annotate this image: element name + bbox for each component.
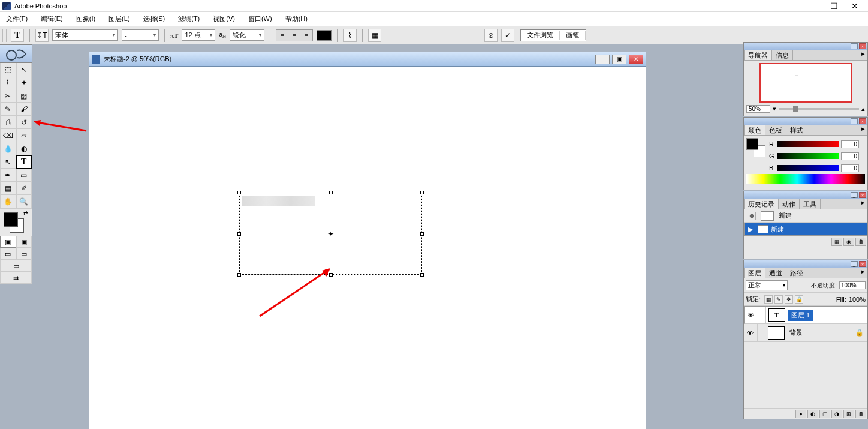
swap-colors-icon[interactable]: ⇄ bbox=[23, 210, 28, 216]
b-slider[interactable] bbox=[777, 165, 839, 171]
font-style-select[interactable]: -▾ bbox=[122, 29, 159, 41]
panel-close[interactable]: × bbox=[859, 118, 866, 124]
new-document-from-state-button[interactable]: ▦ bbox=[831, 238, 842, 246]
slice-tool[interactable]: ▨ bbox=[16, 89, 32, 103]
text-orientation-icon[interactable]: ↧T bbox=[35, 29, 49, 42]
text-bounding-box[interactable]: ✦ bbox=[239, 193, 422, 275]
doc-minimize-button[interactable]: _ bbox=[595, 55, 610, 64]
zoom-slider[interactable] bbox=[779, 108, 859, 110]
handle-sw[interactable] bbox=[237, 273, 241, 277]
rectangle-tool[interactable]: ▭ bbox=[16, 169, 32, 182]
text-color-swatch[interactable] bbox=[317, 30, 332, 41]
hand-tool[interactable]: ✋ bbox=[0, 195, 16, 208]
color-spectrum[interactable] bbox=[746, 174, 865, 184]
gradient-tool[interactable]: ▱ bbox=[16, 129, 32, 142]
opacity-value[interactable]: 100% bbox=[839, 281, 866, 289]
new-snapshot-button[interactable]: ◉ bbox=[843, 238, 854, 246]
layer-mask-button[interactable]: ◐ bbox=[807, 410, 818, 418]
layer-name[interactable]: 图层 1 bbox=[788, 310, 813, 321]
quickmask-mode-button[interactable]: ▣ bbox=[16, 236, 32, 248]
menu-window[interactable]: 窗口(W) bbox=[246, 13, 275, 25]
zoom-out-icon[interactable]: ▾ bbox=[773, 105, 776, 113]
menu-view[interactable]: 视图(V) bbox=[210, 13, 237, 25]
navigator-thumbnail[interactable]: ⋯ bbox=[760, 63, 852, 103]
menu-edit[interactable]: 编辑(E) bbox=[38, 13, 65, 25]
layer-item[interactable]: 👁 背景 🔒 bbox=[744, 324, 867, 342]
tab-history[interactable]: 历史记录 bbox=[744, 199, 779, 209]
fg-color-swatch[interactable] bbox=[746, 138, 758, 150]
handle-n[interactable] bbox=[329, 191, 333, 194]
tab-styles[interactable]: 样式 bbox=[786, 125, 807, 135]
layer-item[interactable]: 👁 T 图层 1 bbox=[744, 306, 867, 324]
move-tool[interactable]: ↖ bbox=[16, 63, 32, 76]
r-slider[interactable] bbox=[777, 141, 839, 147]
tab-actions[interactable]: 动作 bbox=[778, 199, 800, 209]
tab-color[interactable]: 颜色 bbox=[744, 125, 765, 135]
magic-wand-tool[interactable]: ✦ bbox=[16, 76, 32, 89]
link-column[interactable] bbox=[758, 307, 766, 323]
text-tool-icon[interactable]: T bbox=[11, 29, 24, 42]
blend-mode-select[interactable]: 正常▾ bbox=[746, 280, 788, 290]
menu-select[interactable]: 选择(S) bbox=[141, 13, 168, 25]
tab-swatches[interactable]: 色板 bbox=[765, 125, 786, 135]
font-size-select[interactable]: 12 点▾ bbox=[182, 29, 215, 41]
layer-name[interactable]: 背景 bbox=[787, 328, 805, 337]
b-value[interactable]: 0 bbox=[841, 164, 859, 172]
panel-close[interactable]: × bbox=[859, 261, 866, 267]
history-step[interactable]: ▶ ▦ 新建 bbox=[744, 223, 867, 236]
menu-image[interactable]: 图象(I) bbox=[74, 13, 98, 25]
palette-toggle-button[interactable]: ▦ bbox=[368, 29, 381, 42]
panel-minimize[interactable]: _ bbox=[851, 192, 858, 198]
handle-nw[interactable] bbox=[237, 191, 241, 194]
eyedropper-tool[interactable]: ✐ bbox=[16, 182, 32, 195]
delete-state-button[interactable]: 🗑 bbox=[855, 238, 866, 246]
screen-mode-2[interactable]: ▭ bbox=[16, 248, 32, 260]
jump-to-imageready[interactable]: ⇉ bbox=[0, 272, 32, 284]
link-column[interactable] bbox=[757, 324, 765, 341]
tab-paths[interactable]: 路径 bbox=[786, 268, 807, 278]
doc-close-button[interactable]: ✕ bbox=[629, 55, 643, 64]
history-brush-icon[interactable] bbox=[748, 212, 756, 220]
tab-layers[interactable]: 图层 bbox=[744, 268, 765, 278]
warp-text-button[interactable]: ⌇ bbox=[343, 29, 357, 42]
new-set-button[interactable]: ▢ bbox=[819, 410, 830, 418]
lock-position-icon[interactable]: ✥ bbox=[785, 295, 793, 304]
panel-close[interactable]: × bbox=[859, 192, 866, 198]
tab-navigator[interactable]: 导航器 bbox=[744, 50, 772, 60]
blur-tool[interactable]: 💧 bbox=[0, 142, 16, 155]
clone-stamp-tool[interactable]: ⎙ bbox=[0, 116, 16, 129]
canvas[interactable]: ✦ bbox=[89, 67, 646, 429]
tab-file-browser[interactable]: 文件浏览 bbox=[521, 31, 560, 40]
delete-layer-button[interactable]: 🗑 bbox=[855, 410, 866, 418]
lock-paint-icon[interactable]: ✎ bbox=[774, 295, 783, 304]
handle-e[interactable] bbox=[420, 232, 424, 236]
tab-channels[interactable]: 通道 bbox=[765, 268, 786, 278]
tab-info[interactable]: 信息 bbox=[771, 50, 793, 60]
g-slider[interactable] bbox=[777, 153, 839, 159]
pen-tool[interactable]: ✒ bbox=[0, 169, 16, 182]
handle-w[interactable] bbox=[237, 232, 241, 236]
foreground-color-swatch[interactable] bbox=[4, 212, 18, 227]
rectangular-marquee-tool[interactable]: ⬚ bbox=[0, 63, 16, 76]
panel-minimize[interactable]: _ bbox=[851, 118, 858, 124]
type-tool[interactable]: T bbox=[16, 155, 32, 169]
document-titlebar[interactable]: 未标题-2 @ 50%(RGB) _ ▣ ✕ bbox=[89, 52, 646, 67]
panel-minimize[interactable]: _ bbox=[851, 261, 858, 267]
fill-value[interactable]: 100% bbox=[849, 296, 866, 303]
zoom-in-icon[interactable]: ▴ bbox=[861, 105, 865, 113]
panel-menu-icon[interactable]: ▸ bbox=[859, 50, 867, 60]
new-layer-button[interactable]: ⊞ bbox=[843, 410, 854, 418]
panel-close[interactable]: × bbox=[859, 43, 866, 49]
g-value[interactable]: 0 bbox=[841, 152, 859, 160]
brush-tool[interactable]: 🖌 bbox=[16, 103, 32, 116]
panel-menu-icon[interactable]: ▸ bbox=[859, 199, 867, 209]
zoom-tool[interactable]: 🔍 bbox=[16, 195, 32, 208]
path-selection-tool[interactable]: ↖ bbox=[0, 155, 16, 169]
close-button[interactable]: ✕ bbox=[851, 2, 858, 10]
zoom-value[interactable]: 50% bbox=[746, 105, 770, 113]
minimize-button[interactable]: ― bbox=[809, 2, 817, 10]
lock-transparency-icon[interactable]: ▦ bbox=[764, 295, 773, 304]
visibility-toggle-icon[interactable]: 👁 bbox=[745, 329, 755, 337]
panel-menu-icon[interactable]: ▸ bbox=[859, 268, 867, 278]
snapshot-name[interactable]: 新建 bbox=[779, 211, 792, 220]
